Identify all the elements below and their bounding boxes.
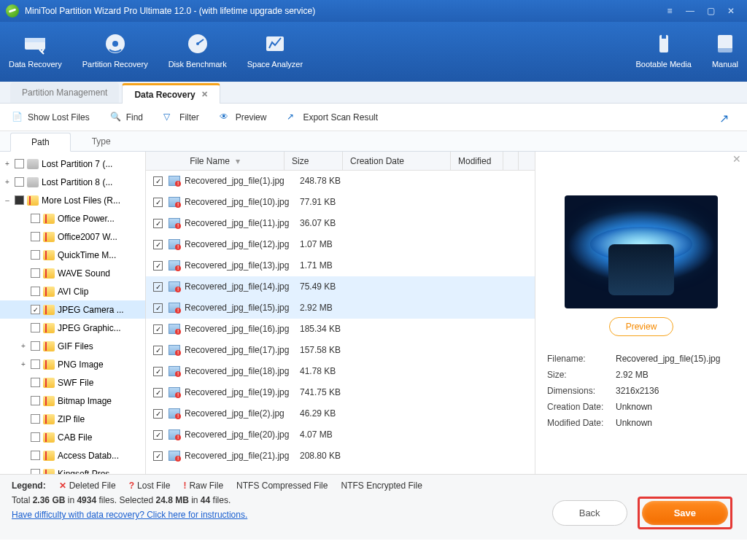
file-row[interactable]: ✓Recovered_jpg_file(11).jpg36.07 KB [146, 213, 535, 234]
close-icon[interactable]: ✕ [721, 4, 741, 18]
tree-checkbox[interactable] [31, 359, 40, 369]
file-row[interactable]: ✓Recovered_jpg_file(17).jpg157.58 KB [146, 340, 535, 361]
tree-checkbox[interactable] [31, 341, 40, 351]
tree-checkbox[interactable] [15, 159, 24, 168]
tree-checkbox[interactable] [31, 469, 40, 474]
action-export-right[interactable]: ↗ [719, 112, 735, 123]
folder-tree[interactable]: +Lost Partition 7 (...+Lost Partition 8 … [0, 152, 146, 474]
tree-checkbox[interactable] [15, 195, 24, 205]
file-row[interactable]: ✓Recovered_jpg_file(2).jpg46.29 KB [146, 403, 535, 424]
col-filename[interactable]: File Name▾ [146, 152, 285, 170]
tree-checkbox[interactable]: ✓ [31, 305, 40, 314]
file-checkbox[interactable]: ✓ [153, 261, 163, 271]
tree-item[interactable]: AVI Clip [0, 282, 145, 300]
preview-button[interactable]: Preview [609, 317, 674, 336]
tree-checkbox[interactable] [31, 451, 40, 460]
file-row[interactable]: ✓Recovered_jpg_file(1).jpg248.78 KB [146, 171, 535, 192]
subtab-type[interactable]: Type [71, 132, 132, 151]
ribbon-space-analyzer[interactable]: Space Analyzer [247, 31, 303, 69]
file-checkbox[interactable]: ✓ [153, 430, 163, 440]
tree-checkbox[interactable] [31, 414, 40, 424]
action-preview[interactable]: 👁Preview [220, 112, 267, 123]
file-checkbox[interactable]: ✓ [153, 176, 163, 186]
tree-item[interactable]: Access Datab... [0, 446, 145, 464]
tree-checkbox[interactable] [31, 232, 40, 241]
file-checkbox[interactable]: ✓ [153, 409, 163, 419]
action-filter[interactable]: ▽Filter [163, 112, 199, 123]
tab-close-icon[interactable]: ✕ [201, 90, 208, 99]
expand-icon[interactable]: – [3, 196, 12, 204]
file-checkbox[interactable]: ✓ [153, 451, 163, 461]
file-checkbox[interactable]: ✓ [153, 282, 163, 292]
save-button[interactable]: Save [642, 501, 728, 525]
subtab-path[interactable]: Path [10, 133, 71, 152]
minimize-icon[interactable]: — [680, 4, 700, 18]
tree-item[interactable]: ZIP file [0, 410, 145, 428]
col-size[interactable]: Size [285, 152, 343, 170]
tree-item[interactable]: –More Lost Files (R... [0, 191, 145, 209]
action-show-lost-files[interactable]: 📄Show Lost Files [12, 112, 90, 123]
file-checkbox[interactable]: ✓ [153, 346, 163, 355]
file-checkbox[interactable]: ✓ [153, 198, 163, 207]
back-button[interactable]: Back [552, 500, 627, 526]
file-row[interactable]: ✓Recovered_jpg_file(20).jpg4.07 MB [146, 424, 535, 446]
tree-checkbox[interactable] [31, 268, 40, 278]
tree-item[interactable]: Office2007 W... [0, 228, 145, 246]
col-modified[interactable]: Modified [451, 152, 503, 170]
tree-item[interactable]: +Lost Partition 7 (... [0, 155, 145, 173]
ribbon-bootable-media[interactable]: Bootable Media [635, 31, 691, 69]
file-row[interactable]: ✓Recovered_jpg_file(14).jpg75.49 KB [146, 276, 535, 298]
tree-item[interactable]: QuickTime M... [0, 246, 145, 264]
file-checkbox[interactable]: ✓ [153, 303, 163, 313]
maximize-icon[interactable]: ▢ [700, 4, 721, 18]
tree-item[interactable]: +GIF Files [0, 337, 145, 355]
tree-item[interactable]: JPEG Graphic... [0, 319, 145, 337]
tree-item[interactable]: +Lost Partition 8 (... [0, 173, 145, 191]
tree-checkbox[interactable] [31, 287, 40, 296]
file-row[interactable]: ✓Recovered_jpg_file(21).jpg208.80 KB [146, 446, 535, 467]
tree-item[interactable]: +PNG Image [0, 355, 145, 373]
file-row[interactable]: ✓Recovered_jpg_file(15).jpg2.92 MB [146, 298, 535, 319]
tree-item[interactable]: SWF File [0, 373, 145, 392]
ribbon-manual[interactable]: Manual [712, 31, 738, 69]
tree-checkbox[interactable] [31, 323, 40, 332]
tree-item[interactable]: Bitmap Image [0, 392, 145, 410]
action-export[interactable]: ↗Export Scan Result [287, 112, 378, 123]
file-checkbox[interactable]: ✓ [153, 324, 163, 334]
ribbon-disk-benchmark[interactable]: Disk Benchmark [169, 31, 227, 69]
file-row[interactable]: ✓Recovered_jpg_file(16).jpg185.34 KB [146, 319, 535, 340]
tree-item[interactable]: WAVE Sound [0, 264, 145, 282]
file-rows[interactable]: ✓Recovered_jpg_file(1).jpg248.78 KB✓Reco… [146, 171, 535, 474]
tree-item[interactable]: CAB File [0, 428, 145, 446]
tree-checkbox[interactable] [15, 177, 24, 187]
ribbon-partition-recovery[interactable]: Partition Recovery [82, 31, 148, 69]
tree-checkbox[interactable] [31, 432, 40, 442]
expand-icon[interactable]: + [19, 342, 28, 350]
file-row[interactable]: ✓Recovered_jpg_file(18).jpg41.78 KB [146, 361, 535, 382]
file-row[interactable]: ✓Recovered_jpg_file(19).jpg741.75 KB [146, 382, 535, 403]
file-checkbox[interactable]: ✓ [153, 219, 163, 228]
action-find[interactable]: 🔍Find [110, 112, 143, 123]
tab-data-recovery[interactable]: Data Recovery✕ [122, 83, 220, 104]
tree-checkbox[interactable] [31, 250, 40, 260]
file-checkbox[interactable]: ✓ [153, 240, 163, 249]
tree-checkbox[interactable] [31, 396, 40, 405]
file-checkbox[interactable]: ✓ [153, 388, 163, 397]
preview-close-icon[interactable]: ✕ [732, 153, 741, 165]
tree-item[interactable]: ✓JPEG Camera ... [0, 300, 145, 319]
menu-icon[interactable]: ≡ [659, 4, 680, 18]
tree-item[interactable]: Kingsoft Pres... [0, 464, 145, 474]
file-checkbox[interactable]: ✓ [153, 367, 163, 376]
file-row[interactable]: ✓Recovered_jpg_file(12).jpg1.07 MB [146, 234, 535, 255]
col-creation-date[interactable]: Creation Date [343, 152, 451, 170]
file-row[interactable]: ✓Recovered_jpg_file(10).jpg77.91 KB [146, 192, 535, 213]
tree-checkbox[interactable] [31, 378, 40, 387]
tab-partition-management[interactable]: Partition Management [10, 82, 119, 103]
expand-icon[interactable]: + [3, 160, 12, 168]
ribbon-data-recovery[interactable]: Data Recovery [9, 31, 62, 69]
tree-checkbox[interactable] [31, 214, 40, 223]
expand-icon[interactable]: + [3, 178, 12, 186]
tree-item[interactable]: Office Power... [0, 209, 145, 228]
file-row[interactable]: ✓Recovered_jpg_file(13).jpg1.71 MB [146, 255, 535, 276]
expand-icon[interactable]: + [19, 360, 28, 368]
